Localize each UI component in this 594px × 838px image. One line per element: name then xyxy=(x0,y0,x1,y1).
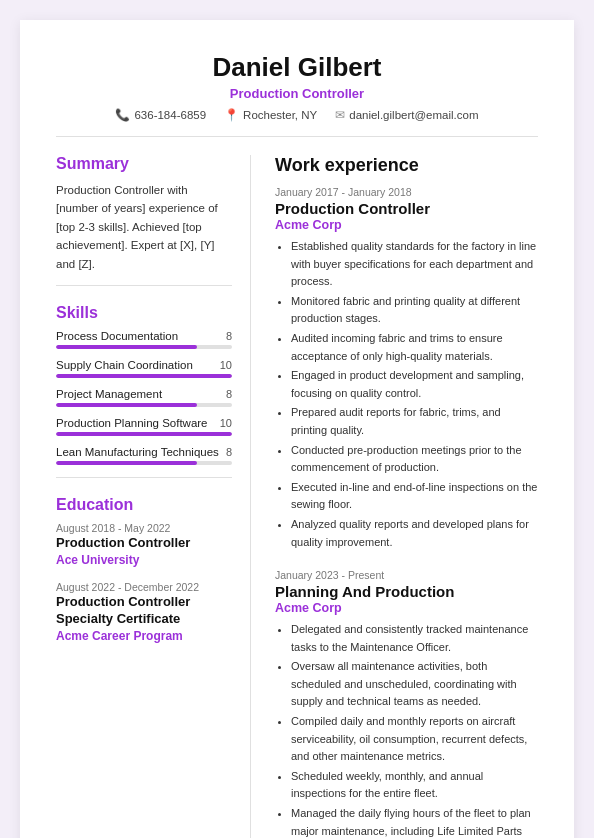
email-value: daniel.gilbert@email.com xyxy=(349,109,478,121)
job-bullet: Engaged in product development and sampl… xyxy=(291,367,538,402)
job-bullet: Delegated and consistently tracked maint… xyxy=(291,621,538,656)
right-column: Work experience January 2017 - January 2… xyxy=(275,155,538,838)
summary-section-title: Summary xyxy=(56,155,232,173)
skills-section-title: Skills xyxy=(56,304,232,322)
skill-bar-bg xyxy=(56,374,232,378)
skills-divider xyxy=(56,477,232,478)
location-value: Rochester, NY xyxy=(243,109,317,121)
email-contact: ✉ daniel.gilbert@email.com xyxy=(335,108,478,122)
candidate-title: Production Controller xyxy=(56,86,538,101)
edu-school: Ace University xyxy=(56,553,232,567)
skill-score: 8 xyxy=(226,330,232,342)
skill-bar-bg xyxy=(56,403,232,407)
job-bullet: Compiled daily and monthly reports on ai… xyxy=(291,713,538,766)
job-bullet: Scheduled weekly, monthly, and annual in… xyxy=(291,768,538,803)
skill-bar-fill xyxy=(56,432,232,436)
skill-bar-fill xyxy=(56,345,197,349)
skill-score: 8 xyxy=(226,388,232,400)
skill-bar-bg xyxy=(56,461,232,465)
skill-bar-fill xyxy=(56,374,232,378)
edu-date: August 2022 - December 2022 xyxy=(56,581,232,593)
education-section-title: Education xyxy=(56,496,232,514)
job-bullets: Established quality standards for the fa… xyxy=(275,238,538,551)
job-bullet: Executed in-line and end-of-line inspect… xyxy=(291,479,538,514)
location-icon: 📍 xyxy=(224,108,239,122)
summary-text: Production Controller with [number of ye… xyxy=(56,181,232,273)
edu-date: August 2018 - May 2022 xyxy=(56,522,232,534)
main-layout: Summary Production Controller with [numb… xyxy=(56,155,538,838)
job-company: Acme Corp xyxy=(275,601,538,615)
education-item: August 2018 - May 2022 Production Contro… xyxy=(56,522,232,567)
job-bullet: Managed the daily flying hours of the fl… xyxy=(291,805,538,838)
skill-item: Supply Chain Coordination 10 xyxy=(56,359,232,378)
job-bullet: Conducted pre-production meetings prior … xyxy=(291,442,538,477)
edu-school: Acme Career Program xyxy=(56,629,232,643)
header: Daniel Gilbert Production Controller 📞 6… xyxy=(56,52,538,137)
skill-name: Project Management xyxy=(56,388,162,400)
job-date: January 2017 - January 2018 xyxy=(275,186,538,198)
job-bullet: Prepared audit reports for fabric, trims… xyxy=(291,404,538,439)
skill-name: Lean Manufacturing Techniques xyxy=(56,446,219,458)
job-date: January 2023 - Present xyxy=(275,569,538,581)
phone-contact: 📞 636-184-6859 xyxy=(115,108,206,122)
job-item: January 2023 - Present Planning And Prod… xyxy=(275,569,538,838)
skill-score: 10 xyxy=(220,417,232,429)
skill-item: Project Management 8 xyxy=(56,388,232,407)
job-bullet: Audited incoming fabric and trims to ens… xyxy=(291,330,538,365)
skill-name: Process Documentation xyxy=(56,330,178,342)
job-title: Production Controller xyxy=(275,200,538,217)
job-title: Planning And Production xyxy=(275,583,538,600)
edu-degree: Production Controller xyxy=(56,535,232,552)
email-icon: ✉ xyxy=(335,108,345,122)
edu-degree: Production Controller Specialty Certific… xyxy=(56,594,232,628)
left-column: Summary Production Controller with [numb… xyxy=(56,155,251,838)
skills-list: Process Documentation 8 Supply Chain Coo… xyxy=(56,330,232,465)
job-bullet: Oversaw all maintenance activities, both… xyxy=(291,658,538,711)
job-company: Acme Corp xyxy=(275,218,538,232)
phone-value: 636-184-6859 xyxy=(134,109,206,121)
skill-score: 8 xyxy=(226,446,232,458)
skill-item: Production Planning Software 10 xyxy=(56,417,232,436)
skill-bar-bg xyxy=(56,345,232,349)
work-section-title: Work experience xyxy=(275,155,538,176)
job-bullet: Monitored fabric and printing quality at… xyxy=(291,293,538,328)
job-item: January 2017 - January 2018 Production C… xyxy=(275,186,538,551)
education-list: August 2018 - May 2022 Production Contro… xyxy=(56,522,232,643)
job-bullet: Analyzed quality reports and developed p… xyxy=(291,516,538,551)
skill-name: Production Planning Software xyxy=(56,417,208,429)
location-contact: 📍 Rochester, NY xyxy=(224,108,317,122)
job-bullet: Established quality standards for the fa… xyxy=(291,238,538,291)
education-item: August 2022 - December 2022 Production C… xyxy=(56,581,232,643)
job-bullets: Delegated and consistently tracked maint… xyxy=(275,621,538,838)
contact-row: 📞 636-184-6859 📍 Rochester, NY ✉ daniel.… xyxy=(56,108,538,122)
resume-container: Daniel Gilbert Production Controller 📞 6… xyxy=(20,20,574,838)
skill-name: Supply Chain Coordination xyxy=(56,359,193,371)
candidate-name: Daniel Gilbert xyxy=(56,52,538,83)
skill-bar-fill xyxy=(56,403,197,407)
jobs-list: January 2017 - January 2018 Production C… xyxy=(275,186,538,838)
skill-item: Lean Manufacturing Techniques 8 xyxy=(56,446,232,465)
skill-bar-bg xyxy=(56,432,232,436)
phone-icon: 📞 xyxy=(115,108,130,122)
skill-item: Process Documentation 8 xyxy=(56,330,232,349)
skill-score: 10 xyxy=(220,359,232,371)
summary-divider xyxy=(56,285,232,286)
skill-bar-fill xyxy=(56,461,197,465)
